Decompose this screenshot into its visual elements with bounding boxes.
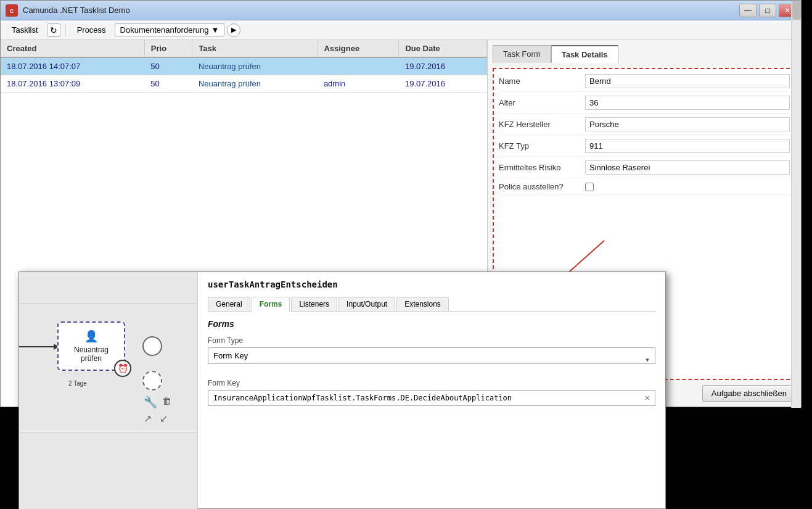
play-button[interactable]: ▶ — [227, 23, 240, 37]
refresh-button[interactable]: ↻ — [47, 23, 60, 37]
bpmn-properties-panel: userTaskAntragEntscheiden General Forms … — [198, 272, 665, 508]
checkbox-police[interactable] — [585, 183, 594, 191]
bpmn-event-1 — [142, 336, 162, 356]
cell-assignee: admin — [318, 75, 399, 93]
col-task: Task — [192, 40, 318, 57]
bpmn-tab-general[interactable]: General — [208, 297, 250, 311]
tasklist-menu[interactable]: Tasklist — [6, 23, 44, 37]
form-type-select[interactable]: Form Key — [208, 347, 655, 364]
bpmn-tab-extensions[interactable]: Extensions — [396, 297, 449, 311]
bpmn-flow-line — [19, 346, 56, 347]
play-icon: ▶ — [231, 26, 236, 34]
bpmn-section-title: Forms — [208, 319, 655, 329]
col-created: Created — [1, 40, 144, 57]
tab-bar: Task Form Task Details — [493, 45, 796, 63]
input-risiko[interactable] — [585, 160, 790, 175]
label-kfz-hersteller: KFZ Hersteller — [499, 120, 585, 129]
maximize-button[interactable]: □ — [759, 4, 776, 17]
bpmn-task-label-line2: prüfen — [81, 354, 102, 363]
process-dropdown[interactable]: Dokumentenanforderung ▼ — [115, 23, 225, 36]
user-task-icon: 👤 — [84, 329, 98, 343]
bpmn-dialog-title: userTaskAntragEntscheiden — [208, 279, 655, 289]
label-alter: Alter — [499, 98, 585, 107]
bpmn-task-label-line1: Neuantrag — [74, 346, 109, 354]
bpmn-task-node[interactable]: 👤 Neuantrag prüfen ⏰ — [57, 321, 125, 371]
col-prio: Prio — [144, 40, 192, 57]
bpmn-tools-icon: 🔧 — [144, 395, 157, 409]
cell-task: Neuantrag prüfen — [192, 75, 318, 93]
cell-task: Neuantrag prüfen — [192, 57, 318, 75]
col-assignee: Assignee — [318, 40, 399, 57]
window-title: Camunda .NET Tasklist Demo — [23, 6, 739, 15]
task-table: Created Prio Task Assignee Due Date 18.0… — [1, 40, 487, 93]
input-alter[interactable] — [585, 96, 790, 110]
svg-text:C: C — [10, 8, 14, 14]
table-row[interactable]: 18.07.2016 13:07:09 50 Neuantrag prüfen … — [1, 75, 487, 93]
input-kfz-hersteller[interactable] — [585, 117, 790, 131]
table-row[interactable]: 18.07.2016 14:07:07 50 Neuantrag prüfen … — [1, 57, 487, 75]
tab-task-details[interactable]: Task Details — [551, 45, 618, 63]
menu-bar: Tasklist ↻ Process Dokumentenanforderung… — [1, 20, 801, 40]
bpmn-event-2 — [142, 371, 162, 391]
form-row-alter: Alter — [499, 96, 790, 114]
bpmn-arrow-icon: ↗ — [144, 413, 152, 424]
bpmn-tab-bar: General Forms Listeners Input/Output Ext… — [208, 297, 655, 312]
dropdown-arrow-icon: ▼ — [211, 25, 219, 35]
cell-prio: 50 — [144, 57, 192, 75]
form-row-police: Police ausstellen? — [499, 182, 790, 195]
process-menu[interactable]: Process — [71, 23, 112, 37]
cell-prio: 50 — [144, 75, 192, 93]
cell-created: 18.07.2016 14:07:07 — [1, 57, 144, 75]
form-type-label: Form Type — [208, 336, 655, 345]
cell-due-date: 19.07.2016 — [399, 57, 487, 75]
bpmn-tab-inputoutput[interactable]: Input/Output — [338, 297, 395, 311]
cell-created: 18.07.2016 13:07:09 — [1, 75, 144, 93]
menu-separator — [65, 24, 66, 36]
col-due-date: Due Date — [399, 40, 487, 57]
tab-task-form[interactable]: Task Form — [493, 45, 551, 63]
title-bar: C Camunda .NET Tasklist Demo — □ ✕ — [1, 1, 801, 20]
input-name[interactable] — [585, 74, 790, 88]
window-controls: — □ ✕ — [739, 4, 796, 17]
bpmn-trash-icon: 🗑 — [162, 395, 172, 407]
cell-due-date: 19.07.2016 — [399, 75, 487, 93]
form-row-kfz-hersteller: KFZ Hersteller — [499, 117, 790, 135]
label-name: Name — [499, 77, 585, 86]
minimize-button[interactable]: — — [739, 4, 757, 17]
bpmn-tab-listeners[interactable]: Listeners — [291, 297, 337, 311]
process-name: Dokumentenanforderung — [120, 25, 209, 35]
form-row-name: Name — [499, 74, 790, 92]
label-risiko: Ermitteltes Risiko — [499, 163, 585, 172]
label-kfz-typ: KFZ Typ — [499, 141, 585, 151]
bpmn-label-bottom: 2 Tage — [68, 380, 87, 387]
bpmn-arrow2-icon: ↙ — [160, 413, 168, 424]
bpmn-line-top — [19, 303, 198, 304]
bpmn-timer-icon: ⏰ — [114, 360, 131, 377]
input-kfz-typ[interactable] — [585, 139, 790, 153]
table-header-row: Created Prio Task Assignee Due Date — [1, 40, 487, 57]
form-row-risiko: Ermitteltes Risiko — [499, 160, 790, 178]
app-icon: C — [6, 4, 18, 17]
form-type-select-wrapper: Form Key — [208, 347, 655, 371]
label-police: Police ausstellen? — [499, 182, 585, 191]
bpmn-dialog: 👤 Neuantrag prüfen ⏰ 🔧 🗑 ↗ ↙ 2 Tage user… — [18, 271, 666, 509]
form-key-input[interactable] — [208, 391, 640, 405]
form-key-input-wrapper: × — [208, 390, 655, 406]
close-task-button[interactable]: Aufgabe abschließen — [702, 385, 796, 402]
form-key-clear-button[interactable]: × — [640, 391, 655, 405]
bpmn-tab-forms[interactable]: Forms — [252, 297, 290, 312]
scrollbar-thumb[interactable] — [792, 1, 801, 20]
scrollbar[interactable] — [791, 1, 801, 408]
form-row-kfz-typ: KFZ Typ — [499, 139, 790, 157]
bpmn-diagram-area: 👤 Neuantrag prüfen ⏰ 🔧 🗑 ↗ ↙ 2 Tage — [19, 272, 198, 509]
bpmn-line-mid — [19, 432, 198, 433]
form-key-label: Form Key — [208, 379, 655, 387]
cell-assignee — [318, 57, 399, 75]
